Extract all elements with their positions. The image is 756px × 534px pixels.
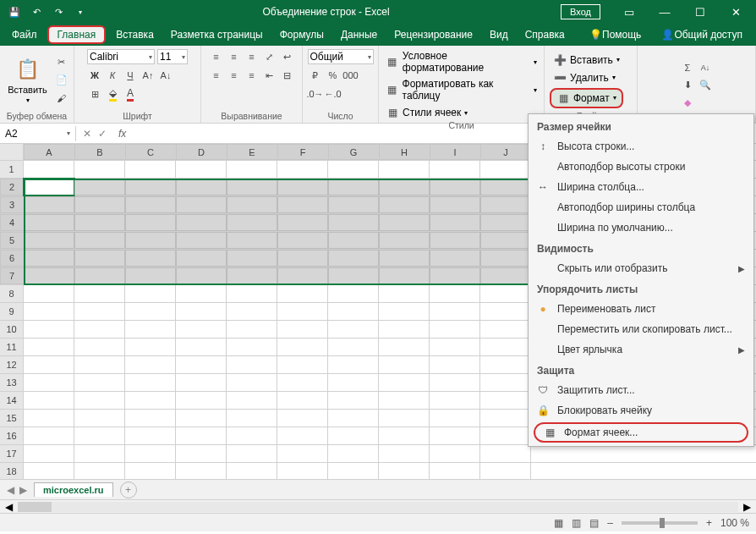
- increase-decimal-button[interactable]: .0→: [308, 86, 323, 102]
- cell[interactable]: [227, 321, 277, 338]
- format-painter-button[interactable]: 🖌: [54, 91, 69, 106]
- cell[interactable]: [430, 463, 480, 479]
- cell[interactable]: [24, 232, 74, 249]
- cell[interactable]: [480, 250, 531, 267]
- cell[interactable]: [24, 410, 74, 427]
- cell[interactable]: [379, 427, 430, 444]
- cell[interactable]: [480, 392, 531, 409]
- cell[interactable]: [328, 303, 379, 320]
- menu-rename-sheet[interactable]: ●Переименовать лист: [529, 299, 753, 319]
- cell[interactable]: [480, 214, 531, 231]
- cell[interactable]: [125, 267, 176, 284]
- cell[interactable]: [430, 445, 480, 462]
- fill-color-button[interactable]: ⬙: [105, 86, 120, 102]
- cell[interactable]: [277, 303, 328, 320]
- cell[interactable]: [379, 374, 430, 391]
- column-header[interactable]: C: [125, 144, 176, 160]
- cell[interactable]: [24, 392, 74, 409]
- cell[interactable]: [74, 303, 125, 320]
- cell[interactable]: [277, 463, 328, 479]
- cell[interactable]: [227, 339, 277, 355]
- increase-font-button[interactable]: A↑: [140, 68, 156, 83]
- cell[interactable]: [227, 285, 277, 302]
- row-header[interactable]: 14: [0, 392, 24, 409]
- cell[interactable]: [480, 463, 531, 479]
- cell[interactable]: [24, 356, 74, 373]
- share-button[interactable]: 👤 Общий доступ: [658, 29, 746, 41]
- tell-me-button[interactable]: 💡 Помощь: [586, 29, 644, 41]
- underline-button[interactable]: Ч: [123, 68, 138, 83]
- cell[interactable]: [328, 267, 379, 284]
- cell[interactable]: [74, 410, 125, 427]
- fx-button[interactable]: fx: [113, 128, 131, 140]
- delete-cells-button[interactable]: ➖Удалить ▾: [550, 70, 619, 85]
- cell[interactable]: [328, 285, 379, 302]
- clear-button[interactable]: ◆: [680, 96, 695, 111]
- cell[interactable]: [227, 196, 277, 213]
- cell[interactable]: [379, 339, 430, 355]
- column-header[interactable]: E: [227, 144, 277, 160]
- cell[interactable]: [277, 339, 328, 355]
- column-header[interactable]: B: [74, 144, 125, 160]
- number-format-select[interactable]: Общий▾: [308, 49, 374, 64]
- cell[interactable]: [227, 374, 277, 391]
- cell[interactable]: [24, 463, 74, 479]
- cell[interactable]: [24, 303, 74, 320]
- cell[interactable]: [176, 427, 227, 444]
- column-header[interactable]: I: [430, 144, 480, 160]
- cell[interactable]: [480, 161, 531, 178]
- cell[interactable]: [125, 250, 176, 267]
- menu-format-cells[interactable]: ▦Формат ячеек...: [534, 422, 748, 443]
- cell[interactable]: [277, 321, 328, 338]
- cell[interactable]: [480, 303, 531, 320]
- tab-review[interactable]: Рецензирование: [386, 24, 481, 46]
- cell[interactable]: [328, 356, 379, 373]
- cell[interactable]: [176, 232, 227, 249]
- autosum-button[interactable]: Σ: [680, 60, 695, 75]
- row-header[interactable]: 6: [0, 250, 24, 267]
- cell[interactable]: [176, 214, 227, 231]
- column-header[interactable]: G: [328, 144, 379, 160]
- cell[interactable]: [176, 161, 227, 178]
- paste-button[interactable]: 📋 Вставить ▾: [4, 54, 51, 106]
- menu-move-copy-sheet[interactable]: Переместить или скопировать лист...: [529, 319, 753, 339]
- menu-tab-color[interactable]: Цвет ярлычка▶: [529, 339, 753, 360]
- cell[interactable]: [430, 374, 480, 391]
- cancel-formula-icon[interactable]: ✕: [83, 128, 91, 140]
- cell[interactable]: [328, 374, 379, 391]
- conditional-formatting-button[interactable]: ▦Условное форматирование ▾: [384, 49, 539, 74]
- cell[interactable]: [277, 427, 328, 444]
- cell[interactable]: [74, 267, 125, 284]
- row-header[interactable]: 13: [0, 374, 24, 391]
- cell[interactable]: [74, 463, 125, 479]
- cell[interactable]: [379, 250, 430, 267]
- row-header[interactable]: 1: [0, 161, 24, 178]
- cell[interactable]: [74, 374, 125, 391]
- menu-default-width[interactable]: Ширина по умолчанию...: [529, 217, 753, 238]
- decrease-indent-button[interactable]: ⇤: [262, 68, 277, 83]
- cell[interactable]: [328, 321, 379, 338]
- find-button[interactable]: 🔍: [698, 78, 713, 93]
- cell[interactable]: [430, 427, 480, 444]
- align-center-button[interactable]: ≡: [227, 68, 242, 83]
- percent-button[interactable]: %: [326, 68, 341, 83]
- view-normal-button[interactable]: ▦: [554, 517, 563, 529]
- menu-row-height[interactable]: ↕Высота строки...: [529, 136, 753, 157]
- tab-formulas[interactable]: Формулы: [271, 24, 332, 46]
- tab-home[interactable]: Главная: [47, 25, 107, 44]
- cell[interactable]: [74, 427, 125, 444]
- orientation-button[interactable]: ⤢: [262, 49, 277, 64]
- zoom-out-button[interactable]: –: [607, 517, 613, 529]
- cell[interactable]: [176, 196, 227, 213]
- cell[interactable]: [125, 339, 176, 355]
- cell[interactable]: [379, 321, 430, 338]
- cell[interactable]: [480, 374, 531, 391]
- cell[interactable]: [480, 410, 531, 427]
- cell[interactable]: [74, 161, 125, 178]
- cell[interactable]: [379, 463, 430, 479]
- cell[interactable]: [277, 374, 328, 391]
- cell[interactable]: [125, 179, 176, 195]
- cell[interactable]: [74, 250, 125, 267]
- login-button[interactable]: Вход: [561, 4, 600, 19]
- cell[interactable]: [328, 161, 379, 178]
